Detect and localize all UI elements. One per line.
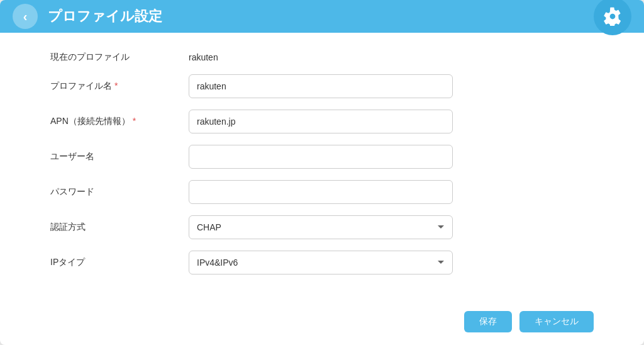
apn-input[interactable] (189, 110, 453, 133)
ip-type-select[interactable]: IPv4&IPv6 IPv4 IPv6 (189, 251, 453, 274)
password-input[interactable] (189, 180, 453, 204)
gear-button[interactable] (594, 0, 631, 35)
username-input[interactable] (189, 145, 453, 169)
required-mark: * (114, 81, 118, 91)
header: ‹ プロファイル設定 (0, 0, 644, 33)
auth-select[interactable]: CHAP PAP なし (189, 215, 453, 239)
current-profile-value: rakuten (189, 52, 218, 62)
footer: 保存 キャンセル (0, 305, 644, 345)
ip-type-label: IPタイプ (50, 257, 189, 268)
apn-row: APN（接続先情報）* (50, 110, 594, 133)
cancel-button[interactable]: キャンセル (519, 311, 594, 332)
username-row: ユーザー名 (50, 145, 594, 169)
current-profile-label: 現在のプロファイル (50, 52, 189, 63)
auth-label: 認証方式 (50, 222, 189, 233)
profile-name-label: プロファイル名* (50, 81, 189, 92)
auth-row: 認証方式 CHAP PAP なし (50, 215, 594, 239)
gear-icon (603, 7, 622, 26)
back-button[interactable]: ‹ (13, 4, 38, 29)
username-label: ユーザー名 (50, 151, 189, 162)
apn-label: APN（接続先情報）* (50, 116, 189, 127)
page-title: プロファイル設定 (48, 7, 162, 26)
apn-required-mark: * (133, 116, 136, 126)
current-profile-row: 現在のプロファイル rakuten (50, 52, 594, 63)
password-row: パスワード (50, 180, 594, 204)
form-content: 現在のプロファイル rakuten プロファイル名* APN（接続先情報）* ユ… (0, 33, 644, 305)
password-label: パスワード (50, 186, 189, 198)
back-icon: ‹ (23, 9, 28, 24)
save-button[interactable]: 保存 (464, 311, 512, 332)
ip-type-row: IPタイプ IPv4&IPv6 IPv4 IPv6 (50, 251, 594, 274)
profile-name-row: プロファイル名* (50, 74, 594, 98)
app-container: ‹ プロファイル設定 現在のプロファイル rakuten プロファイル名* AP… (0, 0, 644, 345)
profile-name-input[interactable] (189, 74, 453, 98)
